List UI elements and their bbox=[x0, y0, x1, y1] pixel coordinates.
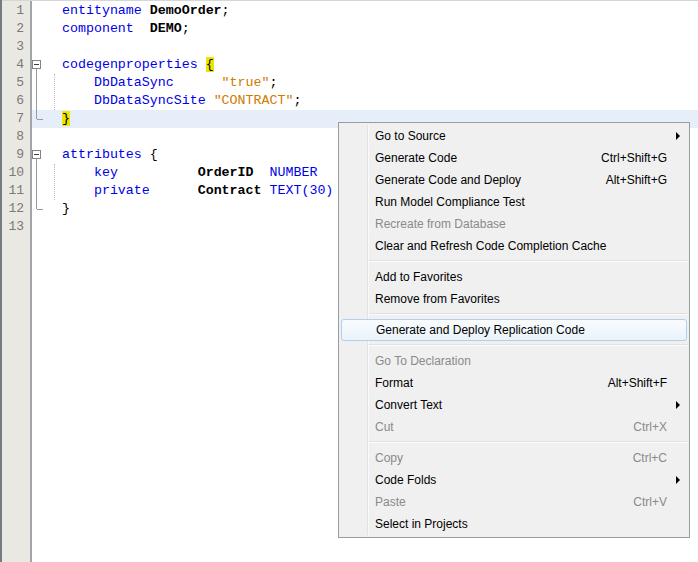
menu-item-code-folds[interactable]: Code Folds bbox=[339, 469, 689, 491]
menu-item-remove-from-favorites[interactable]: Remove from Favorites bbox=[339, 288, 689, 310]
code-token-plain: ; bbox=[293, 93, 301, 108]
menu-item-generate-code[interactable]: Generate CodeCtrl+Shift+G bbox=[339, 147, 689, 169]
line-number: 12 bbox=[8, 200, 24, 218]
code-token-keyword: entityname bbox=[62, 3, 142, 18]
menu-item-label: Clear and Refresh Code Completion Cache bbox=[375, 239, 606, 253]
line-number: 7 bbox=[16, 110, 24, 128]
menu-item-label: Copy bbox=[375, 451, 403, 465]
code-line-1[interactable]: entityname DemoOrder; bbox=[62, 2, 230, 20]
menu-item-generate-code-and-deploy[interactable]: Generate Code and DeployAlt+Shift+G bbox=[339, 169, 689, 191]
menu-item-clear-and-refresh-code-completion-cache[interactable]: Clear and Refresh Code Completion Cache bbox=[339, 235, 689, 257]
menu-item-shortcut: Ctrl+X bbox=[633, 420, 667, 434]
code-fold-line bbox=[36, 69, 37, 119]
line-number: 9 bbox=[16, 146, 24, 164]
code-line-6[interactable]: DbDataSyncSite "CONTRACT"; bbox=[62, 92, 301, 110]
menu-separator-line bbox=[369, 441, 687, 443]
code-token-identifier: DemoOrder bbox=[150, 3, 222, 18]
line-number: 10 bbox=[8, 164, 24, 182]
menu-item-run-model-compliance-test[interactable]: Run Model Compliance Test bbox=[339, 191, 689, 213]
menu-item-label: Convert Text bbox=[375, 398, 442, 412]
code-line-10[interactable]: key OrderID NUMBER bbox=[62, 164, 317, 182]
menu-item-label: Format bbox=[375, 376, 413, 390]
code-line-4[interactable]: codegenproperties { bbox=[62, 56, 214, 74]
code-line-12[interactable]: } bbox=[62, 200, 70, 218]
line-number: 3 bbox=[16, 38, 24, 56]
menu-item-label: Generate and Deploy Replication Code bbox=[376, 323, 585, 337]
code-fold-line bbox=[36, 159, 37, 209]
menu-separator bbox=[339, 341, 689, 350]
menu-item-format[interactable]: FormatAlt+Shift+F bbox=[339, 372, 689, 394]
code-token-keyword: DbDataSyncSite bbox=[94, 93, 206, 108]
editor-left-border bbox=[0, 0, 2, 562]
menu-item-label: Generate Code and Deploy bbox=[375, 173, 521, 187]
menu-item-recreate-from-database[interactable]: Recreate from Database bbox=[339, 213, 689, 235]
code-fold-toggle-minus[interactable] bbox=[32, 60, 41, 69]
menu-item-label: Recreate from Database bbox=[375, 217, 506, 231]
code-token-keyword: key bbox=[94, 165, 118, 180]
menu-item-shortcut: Alt+Shift+G bbox=[606, 173, 667, 187]
menu-item-label: Add to Favorites bbox=[375, 270, 462, 284]
code-token-plain bbox=[206, 93, 214, 108]
menu-item-label: Code Folds bbox=[375, 473, 436, 487]
editor-top-border bbox=[0, 0, 698, 1]
code-line-7[interactable]: } bbox=[62, 110, 70, 128]
menu-item-generate-and-deploy-replication-code[interactable]: Generate and Deploy Replication Code bbox=[341, 319, 687, 341]
menu-item-shortcut: Ctrl+C bbox=[633, 451, 667, 465]
line-number: 1 bbox=[16, 2, 24, 20]
code-fold-toggle-minus[interactable] bbox=[32, 150, 41, 159]
line-number: 8 bbox=[16, 128, 24, 146]
code-token-string: "CONTRACT" bbox=[214, 93, 294, 108]
line-number: 11 bbox=[8, 182, 24, 200]
code-token-identifier: DEMO bbox=[150, 21, 182, 36]
context-menu: Go to SourceGenerate CodeCtrl+Shift+GGen… bbox=[338, 122, 690, 538]
ide-editor-screen: 12345678910111213 entityname DemoOrder;c… bbox=[0, 0, 698, 562]
menu-item-label: Go To Declaration bbox=[375, 354, 471, 368]
menu-item-label: Cut bbox=[375, 420, 394, 434]
code-token-plain bbox=[134, 21, 150, 36]
code-line-2[interactable]: component DEMO; bbox=[62, 20, 190, 38]
code-token-brace_highlight: } bbox=[62, 111, 70, 126]
menu-separator-line bbox=[369, 313, 687, 315]
code-token-plain bbox=[150, 183, 198, 198]
code-token-plain bbox=[198, 57, 206, 72]
indent-guide bbox=[54, 164, 55, 200]
menu-item-go-to-source[interactable]: Go to Source bbox=[339, 125, 689, 147]
code-line-5[interactable]: DbDataSync "true"; bbox=[62, 74, 277, 92]
menu-separator bbox=[339, 257, 689, 266]
code-line-9[interactable]: attributes { bbox=[62, 146, 158, 164]
code-fold-end-tick bbox=[37, 119, 43, 120]
menu-item-label: Select in Projects bbox=[375, 517, 468, 531]
code-token-plain: } bbox=[62, 201, 70, 216]
code-token-plain bbox=[62, 165, 94, 180]
menu-item-shortcut: Alt+Shift+F bbox=[608, 376, 667, 390]
menu-item-go-to-declaration[interactable]: Go To Declaration bbox=[339, 350, 689, 372]
code-line-11[interactable]: private Contract TEXT(30) bbox=[62, 182, 333, 200]
menu-item-copy[interactable]: CopyCtrl+C bbox=[339, 447, 689, 469]
menu-separator-line bbox=[369, 260, 687, 262]
menu-item-shortcut: Ctrl+Shift+G bbox=[601, 151, 667, 165]
code-token-keyword: attributes bbox=[62, 147, 142, 162]
code-token-plain bbox=[118, 165, 198, 180]
menu-item-select-in-projects[interactable]: Select in Projects bbox=[339, 513, 689, 535]
code-token-plain bbox=[62, 183, 94, 198]
menu-item-label: Paste bbox=[375, 495, 406, 509]
menu-separator bbox=[339, 310, 689, 319]
code-token-brace_highlight: { bbox=[206, 57, 214, 72]
menu-item-convert-text[interactable]: Convert Text bbox=[339, 394, 689, 416]
menu-item-paste[interactable]: PasteCtrl+V bbox=[339, 491, 689, 513]
code-token-plain bbox=[174, 75, 222, 90]
line-number: 5 bbox=[16, 74, 24, 92]
line-number-gutter[interactable]: 12345678910111213 bbox=[2, 1, 32, 562]
code-token-identifier: OrderID bbox=[198, 165, 254, 180]
code-token-plain bbox=[62, 93, 94, 108]
code-token-string: "true" bbox=[222, 75, 270, 90]
code-token-plain bbox=[262, 183, 270, 198]
line-number: 2 bbox=[16, 20, 24, 38]
menu-item-cut[interactable]: CutCtrl+X bbox=[339, 416, 689, 438]
menu-item-label: Run Model Compliance Test bbox=[375, 195, 525, 209]
menu-item-add-to-favorites[interactable]: Add to Favorites bbox=[339, 266, 689, 288]
submenu-arrow-icon bbox=[676, 476, 680, 484]
code-token-plain: ; bbox=[182, 21, 190, 36]
code-token-keyword: DbDataSync bbox=[94, 75, 174, 90]
code-token-keyword: component bbox=[62, 21, 134, 36]
